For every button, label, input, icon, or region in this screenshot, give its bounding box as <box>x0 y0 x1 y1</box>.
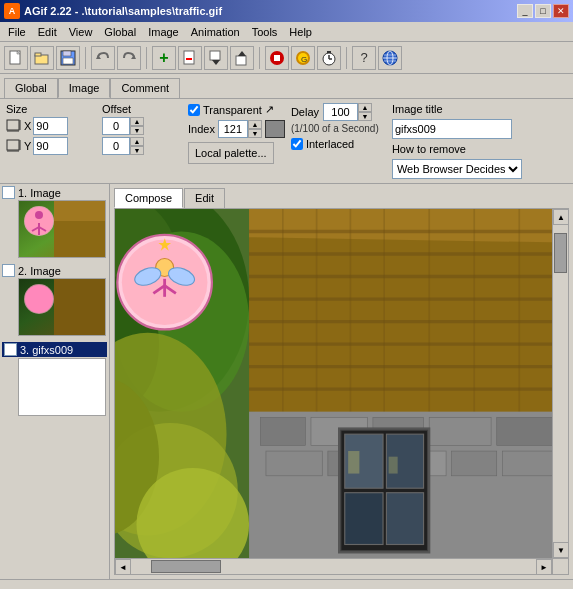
play-button[interactable]: G <box>291 46 315 70</box>
close-button[interactable]: ✕ <box>553 4 569 18</box>
window-title: AGif 2.22 - .\tutorial\samples\traffic.g… <box>24 5 222 17</box>
tab-global[interactable]: Global <box>4 78 58 98</box>
image-settings-panel: Size X Y Offset ▲ ▼ <box>0 99 573 184</box>
svg-rect-6 <box>63 58 73 64</box>
status-bar <box>0 579 573 589</box>
list-item[interactable]: 1. Image <box>2 186 107 258</box>
svg-marker-50 <box>249 209 552 243</box>
new-button[interactable] <box>4 46 28 70</box>
menu-image[interactable]: Image <box>142 24 185 40</box>
horizontal-scrollbar[interactable]: ◄ ► <box>115 558 552 574</box>
menu-bar: File Edit View Global Image Animation To… <box>0 22 573 42</box>
move-down-button[interactable] <box>204 46 228 70</box>
interlaced-checkbox[interactable] <box>291 138 303 150</box>
index-input[interactable] <box>218 120 248 138</box>
offset-x-down[interactable]: ▼ <box>130 126 144 135</box>
offset-x-up[interactable]: ▲ <box>130 117 144 126</box>
image-title-label: Image title <box>392 103 522 115</box>
svg-rect-85 <box>502 451 552 476</box>
item1-checkbox[interactable] <box>2 186 15 199</box>
svg-rect-80 <box>497 417 552 445</box>
stop-button[interactable] <box>265 46 289 70</box>
scroll-down-button[interactable]: ▼ <box>553 542 569 558</box>
menu-tools[interactable]: Tools <box>246 24 284 40</box>
offset-x-spinner[interactable]: ▲ ▼ <box>102 117 144 135</box>
delay-input[interactable] <box>323 103 358 121</box>
menu-help[interactable]: Help <box>283 24 318 40</box>
svg-rect-23 <box>327 51 331 53</box>
offset-x-arrows: ▲ ▼ <box>130 117 144 135</box>
scroll-up-button[interactable]: ▲ <box>553 209 569 225</box>
how-to-remove-label: How to remove <box>392 143 522 155</box>
h-scroll-track <box>131 559 536 574</box>
offset-y-spinner[interactable]: ▲ ▼ <box>102 137 144 155</box>
delay-down[interactable]: ▼ <box>358 112 372 121</box>
tab-compose[interactable]: Compose <box>114 188 183 208</box>
item2-checkbox[interactable] <box>2 264 15 277</box>
v-scroll-thumb[interactable] <box>554 233 567 273</box>
redo-button[interactable] <box>117 46 141 70</box>
image-size-icon <box>6 119 22 133</box>
scroll-left-button[interactable]: ◄ <box>115 559 131 575</box>
move-up-button[interactable] <box>230 46 254 70</box>
content-area: 1. Image <box>0 184 573 579</box>
minimize-button[interactable]: _ <box>517 4 533 18</box>
menu-view[interactable]: View <box>63 24 99 40</box>
undo-button[interactable] <box>91 46 115 70</box>
title-section: Image title How to remove Web Browser De… <box>392 103 522 179</box>
canvas-area: Compose Edit <box>110 184 573 579</box>
size-x-input[interactable] <box>33 117 68 135</box>
item3-checkbox[interactable] <box>4 343 17 356</box>
transparent-checkbox[interactable] <box>188 104 200 116</box>
timer-button[interactable] <box>317 46 341 70</box>
list-item[interactable]: 3. gifxs009 <box>2 342 107 416</box>
image-list: 1. Image <box>0 184 110 579</box>
app-icon: A <box>4 3 20 19</box>
index-spinner[interactable]: ▲ ▼ <box>218 120 262 138</box>
open-button[interactable] <box>30 46 54 70</box>
save-button[interactable] <box>56 46 80 70</box>
list-item[interactable]: 2. Image <box>2 264 107 336</box>
index-up[interactable]: ▲ <box>248 120 262 129</box>
delay-up[interactable]: ▲ <box>358 103 372 112</box>
offset-y-up[interactable]: ▲ <box>130 137 144 146</box>
size-section: Size X Y <box>6 103 96 155</box>
tab-comment[interactable]: Comment <box>110 78 180 98</box>
offset-y-input[interactable] <box>102 137 130 155</box>
menu-edit[interactable]: Edit <box>32 24 63 40</box>
menu-animation[interactable]: Animation <box>185 24 246 40</box>
h-scroll-thumb[interactable] <box>151 560 221 573</box>
tab-edit[interactable]: Edit <box>184 188 225 208</box>
size-y-input[interactable] <box>33 137 68 155</box>
toolbar-separator-2 <box>146 47 147 69</box>
svg-rect-16 <box>274 55 280 61</box>
add-frame-button[interactable]: + <box>152 46 176 70</box>
delay-spinner[interactable]: ▲ ▼ <box>323 103 372 121</box>
svg-rect-3 <box>35 53 41 56</box>
how-to-remove-select[interactable]: Web Browser Decides Do Not Remove Restor… <box>392 159 522 179</box>
offset-x-input[interactable] <box>102 117 130 135</box>
index-down[interactable]: ▼ <box>248 129 262 138</box>
help-button[interactable]: ? <box>352 46 376 70</box>
menu-file[interactable]: File <box>2 24 32 40</box>
main-tabs: Global Image Comment <box>0 74 573 99</box>
offset-label: Offset <box>102 103 182 115</box>
tab-image[interactable]: Image <box>58 78 111 98</box>
menu-global[interactable]: Global <box>98 24 142 40</box>
image-size-y-icon <box>6 139 22 153</box>
offset-section: Offset ▲ ▼ ▲ ▼ <box>102 103 182 155</box>
delete-frame-button[interactable] <box>178 46 202 70</box>
svg-marker-12 <box>212 60 220 65</box>
delay-label: Delay <box>291 106 319 118</box>
svg-rect-76 <box>260 417 305 445</box>
web-button[interactable] <box>378 46 402 70</box>
maximize-button[interactable]: □ <box>535 4 551 18</box>
thumb2-svg <box>19 279 106 336</box>
local-palette-button[interactable]: Local palette... <box>188 142 274 164</box>
svg-rect-11 <box>210 51 220 60</box>
vertical-scrollbar[interactable]: ▲ ▼ <box>552 209 568 558</box>
scroll-right-button[interactable]: ► <box>536 559 552 575</box>
svg-rect-81 <box>266 451 322 476</box>
image-title-input[interactable] <box>392 119 512 139</box>
offset-y-down[interactable]: ▼ <box>130 146 144 155</box>
